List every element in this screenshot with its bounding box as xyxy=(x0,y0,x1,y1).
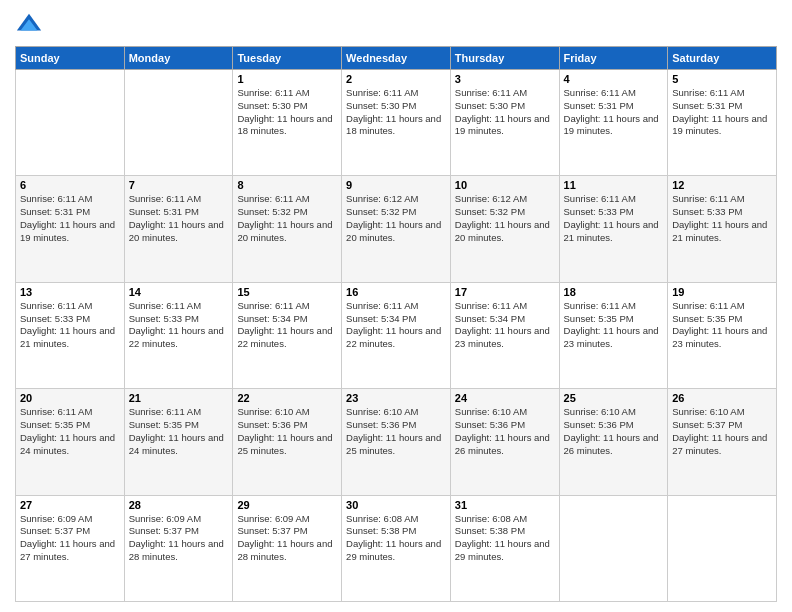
daylight-text: Daylight: 11 hours and 27 minutes. xyxy=(20,538,115,562)
daylight-text: Daylight: 11 hours and 19 minutes. xyxy=(672,113,767,137)
sunset-text: Sunset: 5:36 PM xyxy=(564,419,634,430)
day-number: 22 xyxy=(237,392,337,404)
day-info: Sunrise: 6:11 AM Sunset: 5:32 PM Dayligh… xyxy=(237,193,337,244)
day-info: Sunrise: 6:11 AM Sunset: 5:31 PM Dayligh… xyxy=(564,87,664,138)
sunrise-text: Sunrise: 6:09 AM xyxy=(20,513,92,524)
daylight-text: Daylight: 11 hours and 21 minutes. xyxy=(564,219,659,243)
sunset-text: Sunset: 5:38 PM xyxy=(346,525,416,536)
sunset-text: Sunset: 5:31 PM xyxy=(564,100,634,111)
day-number: 17 xyxy=(455,286,555,298)
sunrise-text: Sunrise: 6:10 AM xyxy=(455,406,527,417)
sunset-text: Sunset: 5:35 PM xyxy=(564,313,634,324)
day-number: 7 xyxy=(129,179,229,191)
day-cell: 27 Sunrise: 6:09 AM Sunset: 5:37 PM Dayl… xyxy=(16,495,125,601)
day-info: Sunrise: 6:11 AM Sunset: 5:35 PM Dayligh… xyxy=(672,300,772,351)
daylight-text: Daylight: 11 hours and 27 minutes. xyxy=(672,432,767,456)
day-cell: 14 Sunrise: 6:11 AM Sunset: 5:33 PM Dayl… xyxy=(124,282,233,388)
day-number: 13 xyxy=(20,286,120,298)
day-cell: 9 Sunrise: 6:12 AM Sunset: 5:32 PM Dayli… xyxy=(342,176,451,282)
sunrise-text: Sunrise: 6:11 AM xyxy=(20,300,92,311)
day-info: Sunrise: 6:11 AM Sunset: 5:34 PM Dayligh… xyxy=(237,300,337,351)
day-number: 30 xyxy=(346,499,446,511)
day-info: Sunrise: 6:09 AM Sunset: 5:37 PM Dayligh… xyxy=(237,513,337,564)
daylight-text: Daylight: 11 hours and 21 minutes. xyxy=(672,219,767,243)
sunrise-text: Sunrise: 6:12 AM xyxy=(455,193,527,204)
day-info: Sunrise: 6:11 AM Sunset: 5:34 PM Dayligh… xyxy=(346,300,446,351)
calendar-table: SundayMondayTuesdayWednesdayThursdayFrid… xyxy=(15,46,777,602)
weekday-friday: Friday xyxy=(559,47,668,70)
daylight-text: Daylight: 11 hours and 22 minutes. xyxy=(129,325,224,349)
sunrise-text: Sunrise: 6:11 AM xyxy=(346,300,418,311)
sunset-text: Sunset: 5:37 PM xyxy=(129,525,199,536)
daylight-text: Daylight: 11 hours and 22 minutes. xyxy=(346,325,441,349)
day-info: Sunrise: 6:12 AM Sunset: 5:32 PM Dayligh… xyxy=(455,193,555,244)
day-cell: 18 Sunrise: 6:11 AM Sunset: 5:35 PM Dayl… xyxy=(559,282,668,388)
sunrise-text: Sunrise: 6:11 AM xyxy=(564,300,636,311)
day-cell: 21 Sunrise: 6:11 AM Sunset: 5:35 PM Dayl… xyxy=(124,389,233,495)
sunrise-text: Sunrise: 6:11 AM xyxy=(129,406,201,417)
day-number: 4 xyxy=(564,73,664,85)
day-number: 6 xyxy=(20,179,120,191)
week-row-5: 27 Sunrise: 6:09 AM Sunset: 5:37 PM Dayl… xyxy=(16,495,777,601)
day-cell: 7 Sunrise: 6:11 AM Sunset: 5:31 PM Dayli… xyxy=(124,176,233,282)
day-cell: 19 Sunrise: 6:11 AM Sunset: 5:35 PM Dayl… xyxy=(668,282,777,388)
sunrise-text: Sunrise: 6:11 AM xyxy=(564,87,636,98)
day-info: Sunrise: 6:08 AM Sunset: 5:38 PM Dayligh… xyxy=(455,513,555,564)
sunset-text: Sunset: 5:36 PM xyxy=(455,419,525,430)
sunset-text: Sunset: 5:33 PM xyxy=(20,313,90,324)
day-number: 23 xyxy=(346,392,446,404)
sunset-text: Sunset: 5:30 PM xyxy=(455,100,525,111)
day-cell xyxy=(668,495,777,601)
day-number: 25 xyxy=(564,392,664,404)
day-info: Sunrise: 6:11 AM Sunset: 5:31 PM Dayligh… xyxy=(672,87,772,138)
sunrise-text: Sunrise: 6:11 AM xyxy=(672,87,744,98)
sunrise-text: Sunrise: 6:08 AM xyxy=(455,513,527,524)
daylight-text: Daylight: 11 hours and 25 minutes. xyxy=(237,432,332,456)
daylight-text: Daylight: 11 hours and 20 minutes. xyxy=(346,219,441,243)
sunset-text: Sunset: 5:37 PM xyxy=(20,525,90,536)
day-info: Sunrise: 6:10 AM Sunset: 5:36 PM Dayligh… xyxy=(564,406,664,457)
day-number: 28 xyxy=(129,499,229,511)
sunrise-text: Sunrise: 6:11 AM xyxy=(237,193,309,204)
daylight-text: Daylight: 11 hours and 26 minutes. xyxy=(564,432,659,456)
day-cell: 16 Sunrise: 6:11 AM Sunset: 5:34 PM Dayl… xyxy=(342,282,451,388)
week-row-1: 1 Sunrise: 6:11 AM Sunset: 5:30 PM Dayli… xyxy=(16,70,777,176)
week-row-3: 13 Sunrise: 6:11 AM Sunset: 5:33 PM Dayl… xyxy=(16,282,777,388)
day-cell: 10 Sunrise: 6:12 AM Sunset: 5:32 PM Dayl… xyxy=(450,176,559,282)
daylight-text: Daylight: 11 hours and 29 minutes. xyxy=(346,538,441,562)
daylight-text: Daylight: 11 hours and 18 minutes. xyxy=(237,113,332,137)
day-cell xyxy=(124,70,233,176)
day-number: 18 xyxy=(564,286,664,298)
sunset-text: Sunset: 5:35 PM xyxy=(20,419,90,430)
page: SundayMondayTuesdayWednesdayThursdayFrid… xyxy=(0,0,792,612)
sunset-text: Sunset: 5:38 PM xyxy=(455,525,525,536)
day-cell: 24 Sunrise: 6:10 AM Sunset: 5:36 PM Dayl… xyxy=(450,389,559,495)
sunset-text: Sunset: 5:36 PM xyxy=(237,419,307,430)
sunset-text: Sunset: 5:31 PM xyxy=(20,206,90,217)
sunrise-text: Sunrise: 6:11 AM xyxy=(564,193,636,204)
sunset-text: Sunset: 5:33 PM xyxy=(129,313,199,324)
weekday-tuesday: Tuesday xyxy=(233,47,342,70)
day-cell: 15 Sunrise: 6:11 AM Sunset: 5:34 PM Dayl… xyxy=(233,282,342,388)
day-number: 24 xyxy=(455,392,555,404)
sunset-text: Sunset: 5:37 PM xyxy=(672,419,742,430)
sunset-text: Sunset: 5:37 PM xyxy=(237,525,307,536)
day-info: Sunrise: 6:09 AM Sunset: 5:37 PM Dayligh… xyxy=(129,513,229,564)
day-cell: 4 Sunrise: 6:11 AM Sunset: 5:31 PM Dayli… xyxy=(559,70,668,176)
header xyxy=(15,10,777,38)
weekday-header-row: SundayMondayTuesdayWednesdayThursdayFrid… xyxy=(16,47,777,70)
daylight-text: Daylight: 11 hours and 24 minutes. xyxy=(20,432,115,456)
daylight-text: Daylight: 11 hours and 22 minutes. xyxy=(237,325,332,349)
sunrise-text: Sunrise: 6:10 AM xyxy=(564,406,636,417)
day-info: Sunrise: 6:12 AM Sunset: 5:32 PM Dayligh… xyxy=(346,193,446,244)
sunrise-text: Sunrise: 6:11 AM xyxy=(129,300,201,311)
day-number: 5 xyxy=(672,73,772,85)
day-number: 10 xyxy=(455,179,555,191)
day-number: 19 xyxy=(672,286,772,298)
day-number: 2 xyxy=(346,73,446,85)
day-number: 9 xyxy=(346,179,446,191)
day-info: Sunrise: 6:09 AM Sunset: 5:37 PM Dayligh… xyxy=(20,513,120,564)
sunset-text: Sunset: 5:35 PM xyxy=(672,313,742,324)
day-cell: 17 Sunrise: 6:11 AM Sunset: 5:34 PM Dayl… xyxy=(450,282,559,388)
sunset-text: Sunset: 5:32 PM xyxy=(237,206,307,217)
